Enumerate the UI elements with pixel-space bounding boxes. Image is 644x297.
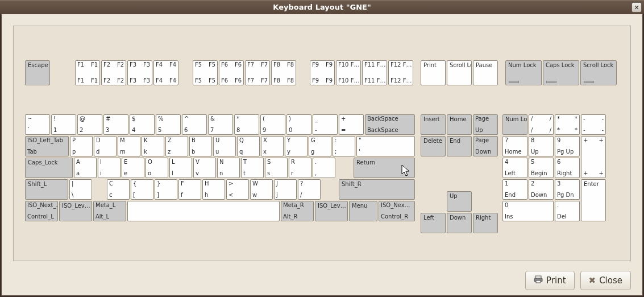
print-button[interactable]: Print bbox=[525, 271, 575, 290]
key-bracketr: :; bbox=[333, 136, 355, 156]
key-label: ~ bbox=[27, 116, 32, 122]
key-label: Control_R bbox=[381, 214, 408, 220]
key-label: Up bbox=[475, 127, 483, 134]
key-label: 6 bbox=[184, 127, 188, 134]
key-f1: F1F1F1F1 bbox=[75, 60, 100, 85]
close-button[interactable]: ✖ Close bbox=[580, 271, 631, 290]
key-5: %5 bbox=[156, 114, 181, 135]
key-j: Nn bbox=[217, 158, 240, 178]
key-label: Left bbox=[505, 171, 516, 177]
key-label: F bbox=[181, 181, 184, 187]
key-label: 9 bbox=[263, 127, 266, 134]
key-label: Left bbox=[423, 215, 434, 221]
key-label: 1 bbox=[53, 127, 57, 134]
window-close-button[interactable]: ✕ bbox=[631, 2, 642, 13]
key-label: p bbox=[72, 149, 76, 155]
key-i: Qq bbox=[237, 136, 260, 156]
key-label: F3 bbox=[143, 62, 150, 68]
key-label: F12 F… bbox=[390, 78, 412, 84]
key-label: 0 bbox=[289, 127, 292, 134]
key-label: F3 bbox=[130, 78, 136, 84]
key-label: F7 bbox=[261, 78, 268, 84]
key-e: Mm bbox=[118, 136, 140, 156]
key-label: + bbox=[583, 171, 588, 177]
close-x-icon: ✖ bbox=[589, 275, 596, 286]
key-label: F8 bbox=[287, 78, 294, 84]
key-kp6: 6Right bbox=[555, 158, 580, 178]
key-label: Scroll Lock bbox=[450, 63, 472, 69]
key-kp7: 7Home bbox=[502, 136, 527, 156]
key-lock-scroll: Scroll Lock bbox=[580, 60, 617, 85]
key-ctrl-r: ISO_Nex…Control_R bbox=[379, 201, 415, 221]
key-label: D bbox=[96, 138, 101, 144]
key-label: Num Lock bbox=[505, 117, 527, 123]
svg-rect-2 bbox=[536, 280, 541, 283]
key-insert: Insert bbox=[421, 114, 446, 135]
key-pause: Pause bbox=[473, 60, 498, 85]
key-u: Uu bbox=[213, 136, 236, 156]
key-label: . bbox=[315, 159, 317, 166]
key-label: F5 bbox=[195, 62, 202, 68]
key-label: 7 bbox=[505, 138, 508, 144]
key-kpenter: Enter bbox=[581, 179, 606, 221]
key-7: &7 bbox=[208, 114, 233, 135]
key-label: 1 bbox=[505, 181, 508, 187]
key-label: F12 F… bbox=[390, 62, 412, 68]
key-label: ISO_Lev… bbox=[62, 203, 90, 209]
close-icon: ✕ bbox=[634, 4, 639, 11]
key-r: Kk bbox=[142, 136, 164, 156]
key-a: Aa bbox=[74, 158, 97, 178]
lock-indicator bbox=[509, 81, 519, 83]
key-n: >< bbox=[226, 179, 249, 200]
key-label: 4 bbox=[132, 127, 135, 134]
key-label: Return bbox=[356, 160, 375, 166]
key-label: x bbox=[263, 149, 267, 155]
close-label: Close bbox=[599, 275, 622, 286]
key-label: T bbox=[243, 159, 247, 166]
key-label: F8 bbox=[273, 62, 280, 68]
key-pagedown: PageDown bbox=[473, 136, 498, 156]
key-label: F11 F… bbox=[364, 62, 385, 68]
key-label: L bbox=[172, 159, 175, 166]
key-comma: Jj bbox=[274, 179, 297, 200]
key-y: Bb bbox=[189, 136, 212, 156]
key-label: Enter bbox=[584, 182, 599, 188]
key-label: O bbox=[148, 159, 152, 166]
key-kp3: 3Pg Dn bbox=[555, 179, 580, 200]
key-label: a bbox=[76, 171, 80, 177]
key-label: F2 bbox=[103, 78, 110, 84]
key-delete: Delete bbox=[421, 136, 446, 156]
lock-indicator bbox=[546, 81, 556, 83]
key-home: Home bbox=[447, 114, 472, 135]
key-return: Return bbox=[354, 158, 415, 178]
lock-indicator bbox=[584, 81, 594, 83]
key-meta-r: Meta_RAlt_R bbox=[281, 201, 314, 221]
key-label: F6 bbox=[221, 78, 228, 84]
key-bracketl: Gg bbox=[309, 136, 331, 156]
key-kpadd: ++++ bbox=[581, 136, 606, 178]
key-label: | bbox=[72, 181, 73, 187]
key-label: 8 bbox=[531, 138, 534, 144]
key-label: H bbox=[205, 181, 209, 187]
key-label: - bbox=[583, 127, 585, 134]
key-label: ! bbox=[53, 116, 56, 122]
key-label: \ bbox=[72, 192, 73, 199]
key-c: }] bbox=[155, 179, 177, 200]
key-label: F7 bbox=[247, 78, 254, 84]
key-label: ] bbox=[157, 192, 159, 199]
key-g: Ll bbox=[169, 158, 192, 178]
key-label: F5 bbox=[209, 62, 215, 68]
key-f10: F10 F…F10 F… bbox=[336, 60, 361, 85]
key-label: Up bbox=[531, 149, 539, 155]
key-down: Down bbox=[447, 213, 472, 233]
key-label: Menu bbox=[352, 203, 367, 209]
key-label: . bbox=[557, 203, 559, 209]
key-q: Pp bbox=[70, 136, 93, 156]
key-label: ISO_Left_Tab bbox=[27, 138, 63, 144]
key-label: Y bbox=[287, 138, 290, 144]
key-label: + bbox=[341, 116, 346, 122]
key-s: Ii bbox=[98, 158, 121, 178]
key-label: k bbox=[144, 149, 147, 155]
key-f: Oo bbox=[146, 158, 168, 178]
key-ctrl-l: ISO_Next_…Control_L bbox=[25, 201, 58, 221]
